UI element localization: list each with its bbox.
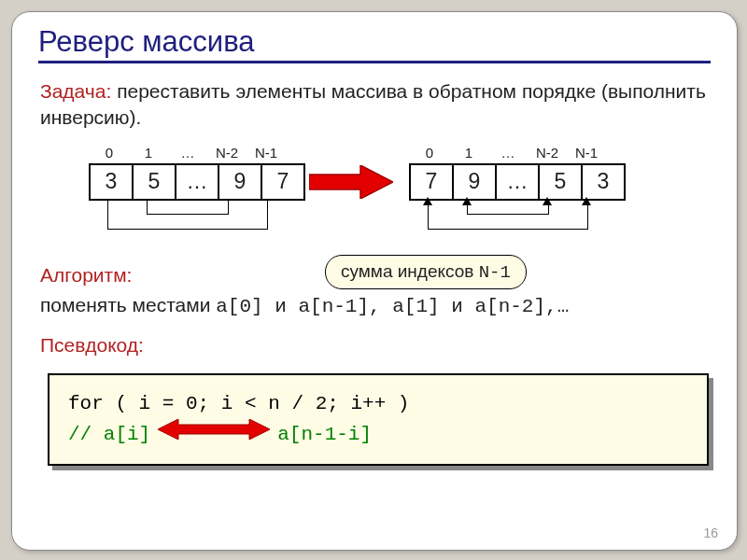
array-before: 3 5 … 9 7 xyxy=(89,163,305,201)
arrowhead-icon xyxy=(423,197,432,205)
title-text: Реверс массива xyxy=(38,25,255,58)
array-illustration: 0 1 … N-2 N-1 3 5 … 9 7 xyxy=(40,145,709,257)
code-line-2: // a[i] a[n-1-i] xyxy=(68,419,688,451)
algo-code: a[0] и a[n-1], a[1] и a[n-2],… xyxy=(216,296,569,317)
callout-text: сумма индексов N-1 xyxy=(341,261,511,281)
algorithm-block: Алгоритм: поменять местами a[0] и a[n-1]… xyxy=(40,264,709,317)
cell: 3 xyxy=(581,163,626,201)
idx: N-1 xyxy=(566,145,607,161)
svg-marker-1 xyxy=(158,419,270,440)
idx: 0 xyxy=(409,145,450,161)
cell: 3 xyxy=(89,163,134,201)
idx: 1 xyxy=(128,145,169,161)
pseudocode-inner: for ( i = 0; i < n / 2; i++ ) // a[i] a[… xyxy=(48,373,709,466)
algorithm-text: поменять местами a[0] и a[n-1], a[1] и a… xyxy=(40,294,709,317)
cell: 9 xyxy=(452,163,497,201)
comment-right: a[n-1-i] xyxy=(277,419,372,451)
idx: … xyxy=(487,145,529,161)
task-label: Задача: xyxy=(40,80,111,102)
red-arrow-icon xyxy=(309,165,393,199)
svg-marker-0 xyxy=(309,165,393,199)
task-text: переставить элементы массива в обратном … xyxy=(40,80,706,128)
indices-right: 0 1 … N-2 N-1 xyxy=(409,145,607,161)
page-number: 16 xyxy=(703,525,718,540)
arrowhead-icon xyxy=(582,197,591,205)
array-after: 7 9 … 5 3 xyxy=(409,163,626,201)
idx: 0 xyxy=(89,145,130,161)
index-sum-callout: сумма индексов N-1 xyxy=(325,255,527,289)
cell: 5 xyxy=(538,163,583,201)
code-line-1: for ( i = 0; i < n / 2; i++ ) xyxy=(68,388,688,420)
swap-connector-inner xyxy=(147,199,229,215)
pseudocode-box: for ( i = 0; i < n / 2; i++ ) // a[i] a[… xyxy=(48,373,709,466)
task-block: Задача: переставить элементы массива в о… xyxy=(40,78,709,132)
indices-left: 0 1 … N-2 N-1 xyxy=(89,145,287,161)
cell: 9 xyxy=(218,163,262,201)
comment-left: // a[i] xyxy=(68,419,150,451)
title-underline xyxy=(38,61,711,63)
cell: 7 xyxy=(261,163,305,201)
algo-prefix: поменять местами xyxy=(40,294,216,315)
pseudocode-label: Псевдокод: xyxy=(40,334,709,357)
idx: N-1 xyxy=(246,145,287,161)
cell: 7 xyxy=(409,163,454,201)
content-area: Задача: переставить элементы массива в о… xyxy=(12,69,737,357)
cell: 5 xyxy=(132,163,176,201)
cell: … xyxy=(175,163,219,201)
cell: … xyxy=(495,163,540,201)
slide-frame: Реверс массива Задача: переставить элеме… xyxy=(11,11,738,551)
idx: N-2 xyxy=(527,145,568,161)
swap-connector-inner-r xyxy=(467,199,549,215)
slide-title: Реверс массива xyxy=(12,12,737,69)
idx: N-2 xyxy=(206,145,247,161)
idx: … xyxy=(167,145,208,161)
arrowhead-icon xyxy=(543,197,552,205)
idx: 1 xyxy=(448,145,489,161)
double-arrow-icon xyxy=(158,419,270,451)
arrowhead-icon xyxy=(462,197,472,205)
